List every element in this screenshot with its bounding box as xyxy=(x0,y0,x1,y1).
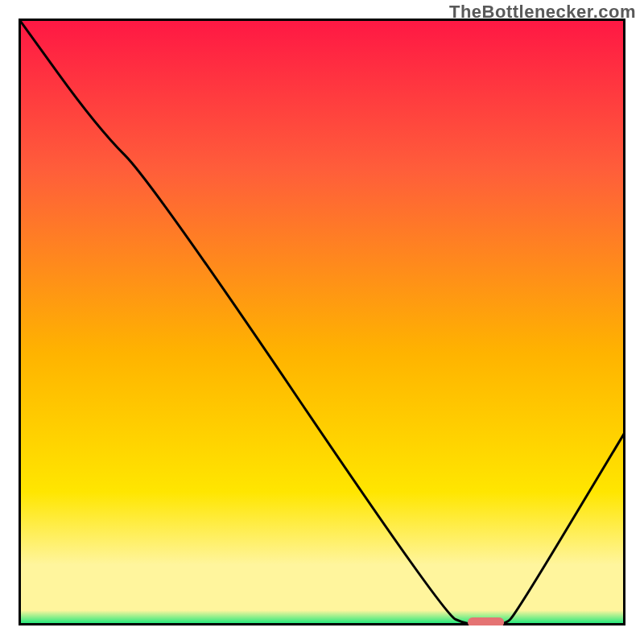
plot-svg xyxy=(19,19,625,625)
bottleneck-plot xyxy=(19,19,625,625)
chart-stage: TheBottlenecker.com xyxy=(0,0,644,644)
optimum-marker xyxy=(468,617,504,625)
gradient-background xyxy=(19,19,625,625)
